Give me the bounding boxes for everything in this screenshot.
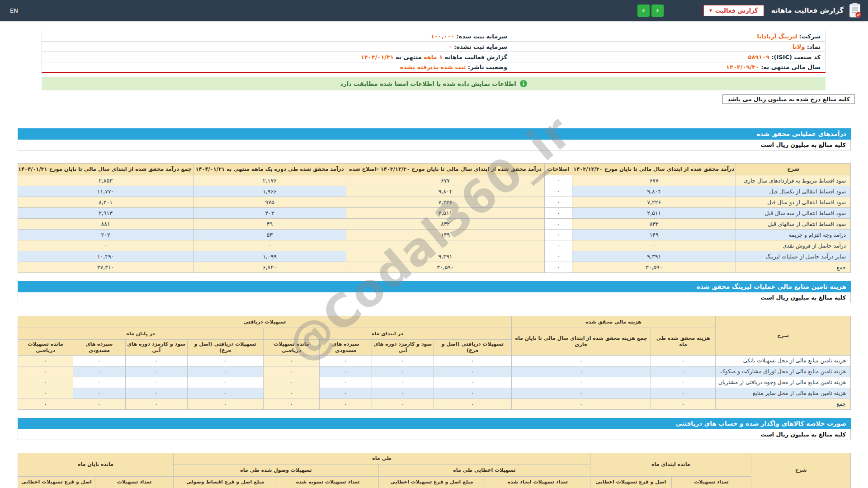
table-row: درآمد وجه التزام و جریمه۱۴۹۰۱۴۹۵۳۲۰۲ <box>18 230 851 240</box>
value-cell: ۸۸۱ <box>18 219 193 230</box>
column-header: مبلغ اصل و فرع اقساط وصولی <box>173 476 277 488</box>
isic-value: ۵۸۹۱۰۹ <box>748 54 770 61</box>
publisher-status-value: ثبت شده پذیرفته نشده <box>400 64 466 70</box>
column-group-header: در ابتدای ماه <box>263 328 511 340</box>
table-header-row: شرح درآمد محقق شده از ابتدای سال مالی تا… <box>18 164 851 175</box>
report-type-label: گزارش فعالیت <box>715 7 758 14</box>
value-cell: ۰ <box>187 388 263 399</box>
company-label: شرکت: <box>799 33 821 40</box>
finance-costs-table: شرح هزینه مالی محقق شده تسهیلات دریافتی … <box>18 316 851 410</box>
unit-note: کلیه مبالغ به میلیون ریال است <box>18 140 851 150</box>
publisher-status-cell: وضعیت ناشر: ثبت شده پذیرفته نشده <box>42 62 512 73</box>
unregistered-capital-label: سرمایه ثبت نشده: <box>454 43 507 50</box>
nav-next-button[interactable]: › <box>651 5 664 17</box>
report-type-dropdown[interactable]: گزارش فعالیت ▼ <box>703 5 764 16</box>
value-cell: ۹,۳۹۱ <box>572 251 736 262</box>
registered-capital-label: سرمایه ثبت شده: <box>456 33 507 40</box>
value-cell: ۰ <box>187 355 263 366</box>
value-cell: ۰ <box>372 355 434 366</box>
value-cell: ۳۷,۳۱۰ <box>18 262 193 273</box>
column-header: مبلغ اصل و فرع تسهیلات اعطایی <box>378 476 485 488</box>
report-document-icon <box>848 3 862 18</box>
amounts-unit-note: کلیه مبالغ درج شده به میلیون ریال می باش… <box>722 94 855 104</box>
value-cell: ۰ <box>187 366 263 377</box>
value-cell: ۰ <box>125 388 187 399</box>
column-header: جمع هزینه محقق شده از ابتدای سال مالی تا… <box>511 328 651 356</box>
fiscal-year-value: ۱۴۰۲/۰۹/۳۰ <box>726 64 759 70</box>
info-icon: i <box>520 80 527 87</box>
desc-cell: سود اقساط انتقالی از دو سال قبل <box>736 197 851 208</box>
column-header: تسهیلات دریافتی (اصل و فرع) <box>434 340 511 356</box>
column-header: سپرده های مسدودی <box>320 340 372 356</box>
value-cell: ۰ <box>73 388 126 399</box>
table-row: سود اقساط انتقالی از سالهای قبل۸۳۲۰۸۳۲۴۹… <box>18 219 851 230</box>
symbol-cell: نماد: ولانا <box>512 42 826 52</box>
table-row: هزینه تامین منابع مالی از محل سایر منابع… <box>18 388 851 399</box>
column-header: جمع درآمد محقق شده از ابتدای سال مالی تا… <box>18 164 193 175</box>
column-header: سود و کارمزد دوره های آتی <box>372 340 434 356</box>
column-header: اصلاحات <box>545 164 572 175</box>
desc-cell: هزینه تامین منابع مالی از محل اوراق مشار… <box>716 366 851 377</box>
desc-cell: جمع <box>716 399 851 409</box>
section-header: صورت خلاصه کالاهای واگذار شده و حساب های… <box>18 418 851 429</box>
value-cell: ۲,۱۷۶ <box>193 175 346 186</box>
value-cell: ۰ <box>263 366 319 377</box>
company-info-table: شرکت: لیزینگ آریادانا سرمایه ثبت شده: ۱۰… <box>42 31 826 73</box>
value-cell: ۰ <box>73 366 126 377</box>
desc-cell: هزینه تامین منابع مالی از محل سایر منابع <box>716 388 851 399</box>
fiscal-year-label: سال مالی منتهی به: <box>761 64 821 70</box>
value-cell: ۱۰,۴۹۰ <box>18 251 193 262</box>
unregistered-capital-value: ۰ <box>448 43 452 50</box>
table-row: درآمد حاصل از فروش نقدی۰۰۰۰۰ <box>18 240 851 251</box>
unit-note: کلیه مبالغ به میلیون ریال است <box>18 429 851 440</box>
value-cell: ۱,۹۶۶ <box>193 186 346 197</box>
language-toggle[interactable]: EN <box>6 5 22 16</box>
value-cell: ۰ <box>18 240 193 251</box>
table-row: سود اقساط انتقالی از دو سال قبل۷,۲۲۶۰۷,۲… <box>18 197 851 208</box>
value-cell: ۲,۹۱۳ <box>18 208 193 219</box>
column-group-header: در پایان ماه <box>18 328 264 340</box>
column-header: شرح <box>751 453 851 488</box>
registered-capital-cell: سرمایه ثبت شده: ۱۰۰,۰۰۰ <box>42 31 512 42</box>
value-cell: ۹,۸۰۴ <box>346 186 544 197</box>
registered-capital-value: ۱۰۰,۰۰۰ <box>431 33 455 40</box>
value-cell: ۹۷۵ <box>193 197 346 208</box>
value-cell: ۰ <box>545 208 572 219</box>
value-cell: ۲۰۲ <box>18 230 193 240</box>
symbol-value: ولانا <box>793 43 805 50</box>
value-cell: ۰ <box>545 175 572 186</box>
desc-cell: سود اقساط انتقالی از سه سال قبل <box>736 208 851 219</box>
column-header: درآمد محقق شده طی دوره یک ماهه منتهی به … <box>193 164 346 175</box>
column-header: اصل و فرع تسهیلات اعطایی <box>590 476 671 488</box>
value-cell: ۹,۳۹۱ <box>346 251 544 262</box>
value-cell: ۰ <box>125 355 187 366</box>
value-cell: ۰ <box>545 230 572 240</box>
column-header: تعداد تسهیلات <box>95 476 173 488</box>
value-cell: ۰ <box>18 399 73 409</box>
value-cell: ۰ <box>545 251 572 262</box>
value-cell: ۰ <box>263 355 319 366</box>
column-header: اصل و فرع تسهیلات اعطایی <box>18 476 95 488</box>
value-cell: ۲,۸۵۳ <box>18 175 193 186</box>
desc-cell: جمع <box>736 262 851 273</box>
nav-previous-button[interactable]: ‹ <box>637 5 650 17</box>
column-group-header: تسهیلات اعطایی طی ماه <box>378 465 590 476</box>
value-cell: ۹,۸۰۴ <box>572 186 736 197</box>
desc-cell: سود اقساط انتقالی از سالهای قبل <box>736 219 851 230</box>
value-cell: ۰ <box>18 377 73 388</box>
value-cell: ۰ <box>187 399 263 409</box>
report-pager: ‹ › <box>637 5 664 17</box>
column-header: سود و کارمزد دوره های آتی <box>125 340 187 356</box>
value-cell: ۶۷۷ <box>572 175 736 186</box>
value-cell: ۰ <box>434 377 511 388</box>
value-cell: ۰ <box>187 377 263 388</box>
value-cell: ۰ <box>651 355 716 366</box>
value-cell: ۰ <box>372 366 434 377</box>
value-cell: ۰ <box>572 240 736 251</box>
column-header: تعداد تسهیلات تسویه شده <box>277 476 379 488</box>
value-cell: ۰ <box>73 355 126 366</box>
column-group-header: مانده پایان ماه <box>18 453 174 476</box>
value-cell: ۸۳۲ <box>572 219 736 230</box>
value-cell: ۰ <box>545 197 572 208</box>
value-cell: ۰ <box>320 388 372 399</box>
